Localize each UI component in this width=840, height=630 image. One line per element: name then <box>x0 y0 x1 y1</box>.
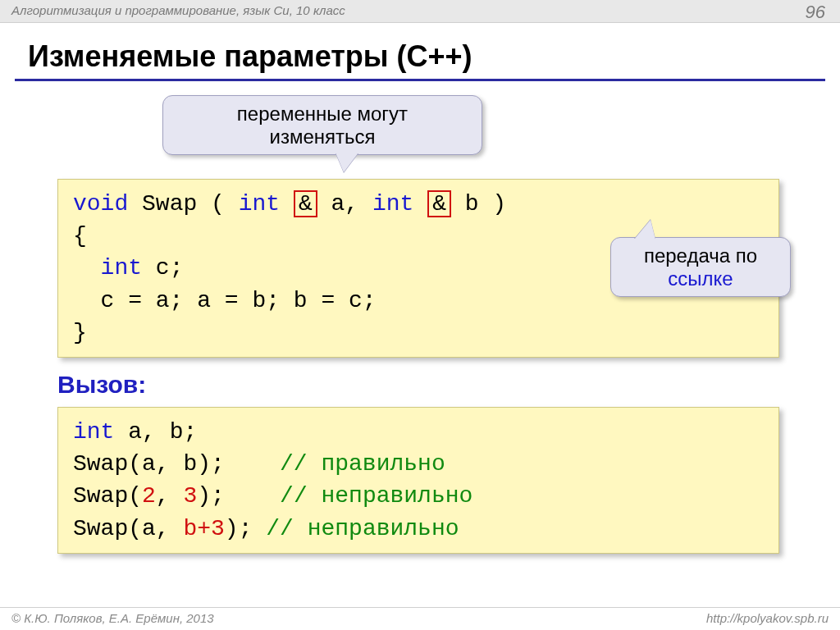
kw-int: int <box>239 191 280 217</box>
amp-highlight: & <box>427 190 451 217</box>
page-number: 96 <box>806 2 825 23</box>
title-underline <box>15 79 825 81</box>
err-arg: 3 <box>183 483 197 509</box>
callout-right: передача по ссылке <box>610 237 791 297</box>
callout-top-line2: изменяться <box>270 126 376 148</box>
code-text: Swap(a, <box>73 516 183 541</box>
comment: // правильно <box>280 451 445 477</box>
kw-int: int <box>372 191 413 217</box>
slide: Алгоритмизация и программирование, язык … <box>0 0 840 630</box>
footer-bar: © К.Ю. Поляков, Е.А. Ерёмин, 2013 http:/… <box>0 607 840 630</box>
callout-top-tail <box>336 153 358 172</box>
kw-void: void <box>73 191 128 217</box>
callout-right-tail <box>634 220 655 240</box>
callout-top: переменные могут изменяться <box>162 95 482 155</box>
err-arg: b+3 <box>183 516 224 541</box>
code-block-call: int a, b; Swap(a, b); // правильно Swap(… <box>57 407 779 554</box>
code-text: c; <box>142 255 183 281</box>
call-label: Вызов: <box>57 371 146 399</box>
code-text: b ) <box>451 191 506 217</box>
callout-right-line2: ссылке <box>668 267 733 290</box>
code-text: Swap( <box>73 483 142 509</box>
err-arg: 2 <box>142 483 156 509</box>
code-text: } <box>73 320 87 345</box>
code-text: c = a; a = b; b = c; <box>73 288 377 313</box>
footer-right: http://kpolyakov.spb.ru <box>706 611 829 625</box>
comment: // неправильно <box>266 516 459 541</box>
callout-right-line1: передача по <box>644 244 757 267</box>
page-title: Изменяемые параметры (C++) <box>28 39 472 74</box>
code-text: { <box>73 223 87 249</box>
amp-highlight: & <box>294 190 317 217</box>
kw-int: int <box>73 419 114 445</box>
kw-int: int <box>101 255 142 281</box>
comment: // неправильно <box>280 483 472 509</box>
code-text: a, <box>317 191 372 217</box>
code-text: Swap(a, b); <box>73 451 280 477</box>
breadcrumb: Алгоритмизация и программирование, язык … <box>11 3 345 17</box>
code-text: a, b; <box>114 419 197 445</box>
footer-left: © К.Ю. Поляков, Е.А. Ерёмин, 2013 <box>11 611 214 625</box>
code-text: Swap ( <box>128 191 238 217</box>
code-text: ); <box>197 483 280 509</box>
code-text: ); <box>225 516 266 541</box>
code-text: , <box>156 483 184 509</box>
callout-top-line1: переменные могут <box>237 103 408 125</box>
header-bar: Алгоритмизация и программирование, язык … <box>0 0 840 23</box>
